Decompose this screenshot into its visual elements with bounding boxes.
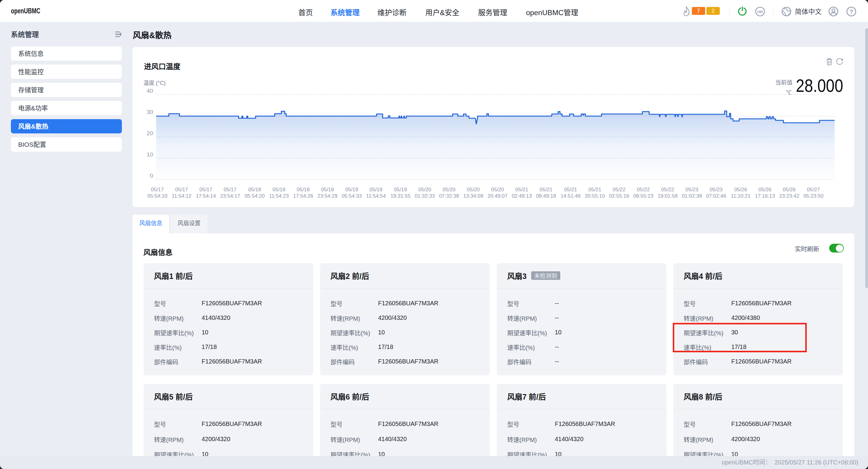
- svg-text:UID: UID: [757, 10, 763, 13]
- svg-text:?: ?: [849, 8, 853, 15]
